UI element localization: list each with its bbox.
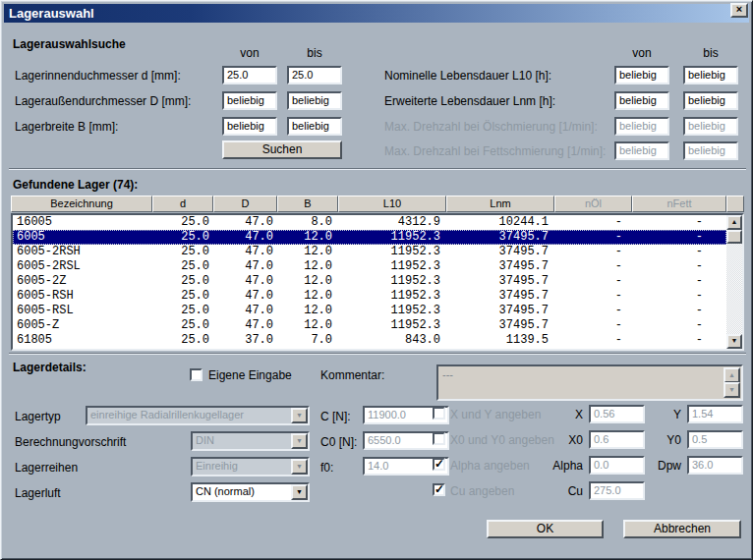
cell-d: 25.0 xyxy=(154,245,215,259)
cell-L10: 11952.3 xyxy=(340,259,448,274)
table-row[interactable]: 6005-2RSH 25.0 47.0 12.0 11952.3 37495.7… xyxy=(13,245,726,259)
scroll-up-button[interactable]: ▲ xyxy=(726,215,742,230)
cell-D: 47.0 xyxy=(215,215,279,230)
table-row[interactable]: 16005 25.0 47.0 8.0 4312.9 10244.1 - - xyxy=(13,215,726,230)
details-heading: Lagerdetails: xyxy=(13,361,87,374)
alpha-input: 0.0 xyxy=(589,456,645,475)
cell-nOel: - xyxy=(556,245,634,259)
table-scrollbar[interactable]: ▲ ▼ xyxy=(726,215,742,349)
column-header-D[interactable]: D xyxy=(213,196,277,212)
cell-nFett: - xyxy=(634,245,728,259)
chevron-down-icon: ▼ xyxy=(291,459,308,475)
cell-Lnm: 1139.5 xyxy=(448,333,556,348)
x0-und-y0-checkbox[interactable] xyxy=(433,432,445,445)
cell-d: 25.0 xyxy=(154,274,215,289)
table-row[interactable]: 6005-Z 25.0 47.0 12.0 11952.3 37495.7 - … xyxy=(13,318,726,333)
column-header-L10[interactable]: L10 xyxy=(338,196,446,212)
scroll-down-button[interactable]: ▼ xyxy=(726,334,742,349)
lagerluft-value: CN (normal) xyxy=(193,484,291,500)
close-button[interactable]: × xyxy=(730,3,748,18)
scrollbar-thumb[interactable] xyxy=(726,230,742,244)
c-label: C [N]: xyxy=(320,410,351,423)
column-header-nOel: nÖl xyxy=(554,196,632,212)
kommentar-label: Kommentar: xyxy=(320,368,384,382)
table-header: Bezeichnung d D B L10 Lnm nÖl nFett xyxy=(11,196,744,212)
search-label-L10: Nominelle Lebensdauer L10 [h]: xyxy=(384,69,551,83)
cell-d: 25.0 xyxy=(154,318,215,333)
column-header-d[interactable]: d xyxy=(152,196,213,212)
results-listbox: 16005 25.0 47.0 8.0 4312.9 10244.1 - - 6… xyxy=(11,213,744,351)
arrow-down-icon: ▼ xyxy=(731,337,738,344)
title-bar[interactable]: Lagerauswahl xyxy=(4,4,749,23)
D-von-input[interactable]: beliebig xyxy=(222,91,277,110)
cell-nOel: - xyxy=(556,274,634,289)
arrow-up-icon: ▲ xyxy=(731,218,738,225)
L10-von-input[interactable]: beliebig xyxy=(614,66,669,84)
table-row[interactable]: 6005-2RSL 25.0 47.0 12.0 11952.3 37495.7… xyxy=(13,259,726,274)
table-row[interactable]: 61805 25.0 37.0 7.0 843.0 1139.5 - - xyxy=(13,333,726,348)
L10-bis-input[interactable]: beliebig xyxy=(683,66,738,84)
D-bis-input[interactable]: beliebig xyxy=(287,91,342,110)
cu-angeben-label: Cu angeben xyxy=(450,484,514,498)
search-label-fett: Max. Drehzahl bei Fettschmierung [1/min]… xyxy=(384,144,606,158)
ok-button[interactable]: OK xyxy=(487,520,604,538)
cell-d: 25.0 xyxy=(154,259,215,274)
Lnm-von-input[interactable]: beliebig xyxy=(614,91,669,110)
B-bis-input[interactable]: beliebig xyxy=(287,117,342,136)
cell-nFett: - xyxy=(634,289,728,304)
lagerluft-select[interactable]: CN (normal) ▼ xyxy=(191,482,310,502)
cell-L10: 11952.3 xyxy=(340,274,448,289)
y-input: 1.54 xyxy=(687,405,743,423)
cell-d: 25.0 xyxy=(154,230,215,245)
table-row[interactable]: 6005-RSL 25.0 47.0 12.0 11952.3 37495.7 … xyxy=(13,304,726,318)
cell-nFett: - xyxy=(634,274,728,289)
column-header-B[interactable]: B xyxy=(277,196,338,212)
lagerreihen-value: Einreihig xyxy=(193,459,291,475)
lagerreihen-label: Lagerreihen xyxy=(15,461,78,475)
table-row[interactable]: 6005-RSH 25.0 47.0 12.0 11952.3 37495.7 … xyxy=(13,289,726,304)
cell-L10: 11952.3 xyxy=(340,289,448,304)
cell-bezeichnung: 6005-Z xyxy=(13,318,154,333)
x-und-y-checkbox[interactable] xyxy=(433,407,445,420)
window-title: Lagerauswahl xyxy=(9,6,94,21)
cell-B: 12.0 xyxy=(279,318,340,333)
cell-bezeichnung: 61805 xyxy=(13,333,154,348)
d-von-input[interactable]: 25.0 xyxy=(222,66,277,84)
table-row[interactable]: 6005-2Z 25.0 47.0 12.0 11952.3 37495.7 -… xyxy=(13,274,726,289)
cancel-button[interactable]: Abbrechen xyxy=(623,520,741,538)
cell-nOel: - xyxy=(556,333,634,348)
cell-nOel: - xyxy=(556,289,634,304)
cell-D: 47.0 xyxy=(215,259,279,274)
cu-label: Cu xyxy=(512,484,583,498)
cell-nFett: - xyxy=(634,304,728,318)
cell-nFett: - xyxy=(634,259,728,274)
bis-column-label-right: bis xyxy=(683,46,738,60)
column-header-bezeichnung[interactable]: Bezeichnung xyxy=(11,196,152,212)
cell-bezeichnung: 6005-RSL xyxy=(13,304,154,318)
von-column-label-right: von xyxy=(614,46,669,60)
dpw-label: Dpw xyxy=(646,459,681,473)
cell-Lnm: 10244.1 xyxy=(448,215,556,230)
dpw-input: 36.0 xyxy=(687,456,743,475)
fett-von-input: beliebig xyxy=(614,141,669,160)
arrow-down-icon: ▼ xyxy=(728,386,735,393)
cell-Lnm: 37495.7 xyxy=(448,230,556,245)
cu-input: 275.0 xyxy=(589,481,645,500)
alpha-checkbox[interactable] xyxy=(433,458,445,471)
x-label: X xyxy=(512,408,583,421)
cu-checkbox[interactable] xyxy=(433,483,445,496)
suchen-button[interactable]: Suchen xyxy=(222,140,342,159)
d-bis-input[interactable]: 25.0 xyxy=(287,66,342,84)
arrow-up-icon: ▲ xyxy=(728,371,735,378)
eigene-eingabe-checkbox[interactable] xyxy=(190,368,203,381)
column-header-Lnm[interactable]: Lnm xyxy=(446,196,554,212)
oil-bis-input: beliebig xyxy=(683,117,738,136)
cell-L10: 11952.3 xyxy=(340,245,448,259)
B-von-input[interactable]: beliebig xyxy=(222,117,277,136)
cell-nOel: - xyxy=(556,304,634,318)
kommentar-textarea: --- ▲ ▼ xyxy=(436,364,743,401)
cell-Lnm: 37495.7 xyxy=(448,245,556,259)
cell-bezeichnung: 6005-2Z xyxy=(13,274,154,289)
table-row[interactable]: 6005 25.0 47.0 12.0 11952.3 37495.7 - - xyxy=(13,230,726,245)
Lnm-bis-input[interactable]: beliebig xyxy=(683,91,738,110)
